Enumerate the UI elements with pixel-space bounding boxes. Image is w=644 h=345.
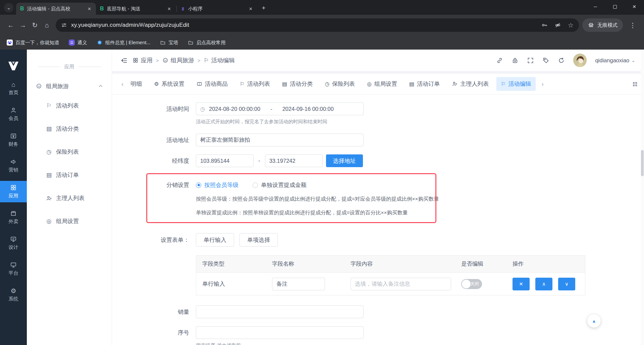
- new-tab-button[interactable]: +: [259, 3, 269, 13]
- tab-zuju-settings[interactable]: ◎组局设置: [363, 77, 401, 91]
- tab-close-icon[interactable]: ✕: [166, 6, 172, 12]
- close-window-button[interactable]: ✕: [625, 0, 644, 13]
- collapse-sidebar-icon[interactable]: [121, 57, 128, 64]
- browser-tab[interactable]: B 底部导航 - 淘送 ✕: [96, 3, 176, 15]
- bookmark-folder[interactable]: 启点高校常用: [188, 40, 226, 46]
- browser-tab-active[interactable]: B 活动编辑 - 启点高校 ✕: [16, 3, 96, 15]
- submenu-group-zuju[interactable]: 组局旅游: [27, 78, 112, 94]
- submenu-item-host-list[interactable]: 主理人列表: [27, 187, 112, 210]
- move-down-button[interactable]: ∨: [558, 278, 575, 290]
- main-panel: 应用 > 组局旅游 > ⚐ 活动编辑: [112, 50, 644, 345]
- sidebar-item-home[interactable]: ⌂ 首页: [0, 78, 27, 99]
- avatar[interactable]: [573, 54, 587, 67]
- address-input[interactable]: [196, 134, 364, 146]
- tag-icon[interactable]: [542, 57, 549, 64]
- tab-activity-edit-active[interactable]: ⚐活动编辑: [496, 77, 535, 91]
- forward-button[interactable]: →: [17, 19, 29, 31]
- breadcrumb-apps[interactable]: 应用: [132, 56, 153, 64]
- distribution-help-1: 按照会员等级：按照会员等级中设置的提成比例进行提成分配，提成=对应会员等级的提成…: [196, 196, 644, 203]
- submenu-item-activity-list[interactable]: ⚐ 活动列表: [27, 94, 112, 117]
- sales-input[interactable]: [196, 305, 364, 318]
- fullscreen-icon[interactable]: [527, 57, 534, 64]
- tab-host-list[interactable]: 主理人列表: [447, 77, 493, 91]
- bookmark-folder[interactable]: 宝塔: [160, 40, 178, 46]
- tab-insurance-list[interactable]: ◷保险列表: [320, 77, 359, 91]
- tab-system-settings[interactable]: ⚙系统设置: [150, 77, 189, 91]
- sequence-input[interactable]: [196, 326, 364, 339]
- back-to-top-button[interactable]: ▲: [587, 314, 601, 328]
- bookmark-star-icon[interactable]: ☆: [568, 21, 574, 29]
- column-header: 字段类型: [196, 260, 266, 268]
- incognito-badge: 无痕模式: [582, 18, 623, 32]
- sidebar-item-apps[interactable]: 应用: [0, 181, 27, 202]
- end-datetime[interactable]: 2024-09-16 00:00:00: [282, 106, 334, 112]
- tab-list-grid-icon[interactable]: [632, 81, 638, 87]
- radio-unselected-icon: [253, 183, 258, 188]
- latitude-input[interactable]: [265, 154, 323, 167]
- site-settings-icon[interactable]: [61, 22, 67, 28]
- home-button[interactable]: ⌂: [41, 19, 53, 31]
- tabs-scroll-left-icon[interactable]: ‹: [119, 80, 126, 88]
- add-text-field-button[interactable]: 单行输入: [196, 233, 234, 247]
- tab-activity-goods[interactable]: 活动商品: [192, 77, 232, 91]
- minimize-button[interactable]: ─: [586, 0, 605, 13]
- reload-button[interactable]: ↻: [29, 19, 41, 31]
- tab-detail[interactable]: 明细: [126, 77, 146, 91]
- tab-activity-list[interactable]: ⚐活动列表: [235, 77, 274, 91]
- sidebar-item-members[interactable]: 会员: [0, 104, 27, 125]
- eye-off-icon[interactable]: [554, 22, 561, 28]
- longitude-input[interactable]: [196, 154, 254, 167]
- breadcrumb-activity-edit[interactable]: ⚐ 活动编辑: [204, 56, 235, 64]
- browser-menu-button[interactable]: ⋮: [626, 21, 639, 29]
- sidebar-item-finance[interactable]: 财务: [0, 129, 27, 151]
- field-name-input[interactable]: [272, 278, 325, 290]
- field-content-input[interactable]: [351, 278, 451, 290]
- add-select-field-button[interactable]: 单项选择: [239, 233, 278, 247]
- tab-activity-orders[interactable]: ▤活动订单: [405, 77, 444, 91]
- tab-search-button[interactable]: ⌄: [4, 3, 13, 12]
- submenu-item-zuju-settings[interactable]: ◎ 组局设置: [27, 210, 112, 233]
- sidebar-item-marketing[interactable]: 营销: [0, 155, 27, 177]
- scrollbar-thumb[interactable]: [641, 150, 644, 176]
- bookmark-item[interactable]: 百度一下，你就知道: [7, 40, 59, 46]
- back-button[interactable]: ←: [5, 19, 17, 31]
- edit-toggle-off[interactable]: 关闭: [461, 279, 482, 289]
- ticket-icon: [197, 81, 202, 87]
- chevron-up-icon[interactable]: [98, 84, 103, 88]
- column-header: 字段内容: [344, 260, 455, 268]
- submenu-item-insurance-list[interactable]: ◷ 保险列表: [27, 140, 112, 163]
- maximize-button[interactable]: [605, 0, 625, 13]
- username-menu[interactable]: qidiangaoxiao ⌄: [595, 57, 635, 64]
- breadcrumb-zuju-travel[interactable]: 组局旅游: [162, 56, 194, 64]
- link-icon[interactable]: [496, 57, 503, 64]
- sidebar-item-platform[interactable]: 平台: [0, 258, 27, 280]
- submenu-item-activity-category[interactable]: ▤ 活动分类: [27, 117, 112, 140]
- address-bar[interactable]: xy.yueqianyun.com/admin/#/app/zuju/zujuE…: [56, 18, 579, 32]
- bookmark-item[interactable]: 组件总览 | Element...: [97, 40, 151, 46]
- move-up-button[interactable]: ∧: [535, 278, 552, 290]
- lock-icon[interactable]: [512, 57, 519, 64]
- url-text[interactable]: xy.yueqianyun.com/admin/#/app/zuju/zujuE…: [71, 22, 189, 28]
- tab-activity-category[interactable]: ▤活动分类: [278, 77, 317, 91]
- sidebar-item-system[interactable]: ⚙ 系统: [0, 284, 27, 305]
- refresh-icon[interactable]: [558, 57, 565, 64]
- megaphone-icon: [10, 158, 17, 165]
- bookmark-item[interactable]: 通义: [69, 40, 87, 46]
- radio-member-level[interactable]: 按照会员等级: [196, 181, 238, 189]
- radio-custom-commission[interactable]: 单独设置提成金额: [253, 181, 307, 189]
- date-range-input[interactable]: ◷ 2024-08-20 00:00:00 - 2024-09-16 00:00…: [196, 102, 364, 115]
- choose-address-button[interactable]: 选择地址: [326, 154, 363, 167]
- tabs-scroll-right-icon[interactable]: ›: [539, 80, 546, 88]
- tab-close-icon[interactable]: ✕: [86, 6, 93, 12]
- page-tab-strip: ‹ 明细 ⚙系统设置 活动商品 ⚐活动列表 ▤活动分类 ◷保险列表 ◎组局设置 …: [112, 74, 644, 94]
- tab-close-icon[interactable]: ✕: [248, 6, 254, 12]
- delete-row-button[interactable]: ✕: [513, 278, 530, 290]
- submenu-item-activity-orders[interactable]: ▤ 活动订单: [27, 163, 112, 187]
- sidebar-item-design[interactable]: 设计: [0, 232, 27, 254]
- start-datetime[interactable]: 2024-08-20 00:00:00: [209, 106, 260, 112]
- browser-tab[interactable]: ∞ 小程序 ✕: [177, 3, 257, 15]
- field-label: 经纬度: [112, 157, 189, 165]
- password-key-icon[interactable]: [541, 22, 548, 28]
- sidebar-item-takeout[interactable]: 外卖: [0, 207, 27, 228]
- scrollbar-track[interactable]: [641, 50, 644, 345]
